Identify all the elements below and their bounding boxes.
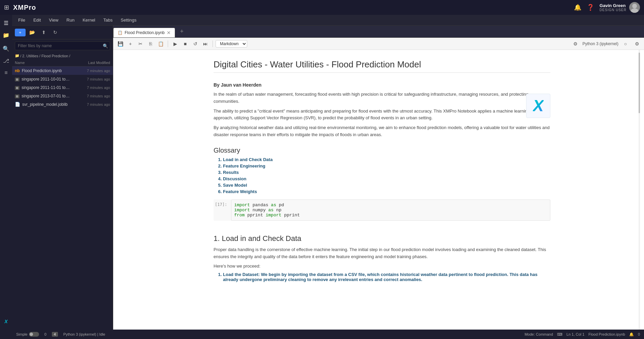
file-name-0: Flood Prediction.ipynb — [22, 68, 70, 73]
notebook-toolbar: 💾 + ✂ ⎘ 📋 ▶ ■ ↺ ⏭ Markdown Code Raw ⚙ Py… — [113, 38, 644, 50]
open-folder-icon[interactable]: 📂 — [28, 28, 37, 37]
tab-flood-prediction[interactable]: 📋 Flood Prediction.ipynb ✕ — [113, 28, 175, 37]
section1-list: Load the Dataset: We begin by importing … — [214, 272, 550, 282]
menu-file[interactable]: File — [15, 17, 29, 23]
file-modified-4: 7 minutes ago — [70, 102, 110, 106]
bottom-bar: Simple 0 4 Python 3 (ipykernel) | Idle M… — [12, 330, 644, 339]
kernel-info: Python 3 (ipykernel) — [582, 41, 618, 46]
file-icon-2: ⊞ — [15, 85, 20, 90]
cell-type-select[interactable]: Markdown Code Raw — [216, 40, 247, 48]
glossary-link-4[interactable]: Save Model — [223, 183, 247, 188]
paste-button[interactable]: 📋 — [156, 39, 165, 48]
restart-button[interactable]: ↺ — [191, 39, 200, 48]
copy-button[interactable]: ⎘ — [146, 39, 155, 48]
menu-settings[interactable]: Settings — [117, 17, 140, 23]
notebook-content[interactable]: X Digital Cities - Water Utilities - Flo… — [113, 50, 644, 330]
left-icon-bar: ☰ 📁 🔍 ⎇ ≡ — [0, 15, 12, 339]
file-name-2: singapore 2011-11-01 to 2... — [22, 85, 70, 90]
title-cell: Digital Cities - Water Utilities - Flood… — [214, 57, 550, 80]
code-prompt: [17]: — [214, 199, 228, 210]
menu-kernel[interactable]: Kernel — [79, 17, 99, 23]
author-text: By Jaun van Heerden — [214, 82, 550, 88]
nb-settings-icon[interactable]: ⚙ — [633, 39, 641, 48]
simple-toggle-button[interactable] — [29, 332, 39, 337]
glossary-cell: Glossary Load in and Check DataFeature E… — [214, 144, 550, 198]
search-box: 🔍 — [15, 41, 110, 50]
search-sidebar-icon[interactable]: 🔍 — [1, 43, 11, 54]
bell-icon[interactable]: 🔔 — [574, 4, 581, 11]
file-modified-0: 7 minutes ago — [70, 69, 110, 73]
file-icon-0: nb — [15, 68, 20, 73]
cut-button[interactable]: ✂ — [136, 39, 145, 48]
file-icon-1: ⊞ — [15, 76, 20, 82]
xmpro-bottom-icon[interactable]: X — [1, 316, 11, 327]
file-item-3[interactable]: ⊞ singapore 2013-07-01 to 2... 7 minutes… — [12, 92, 113, 100]
menu-edit[interactable]: Edit — [30, 17, 44, 23]
kernel-status-icon[interactable]: ○ — [621, 39, 630, 48]
list-icon[interactable]: ≡ — [1, 67, 11, 78]
scrollbar-thumb[interactable] — [639, 53, 640, 113]
separator-1 — [168, 40, 168, 47]
glossary-link-2[interactable]: Results — [223, 170, 239, 175]
add-cell-button[interactable]: + — [126, 39, 135, 48]
bell-bottom-icon[interactable]: 🔔 — [629, 332, 634, 337]
refresh-icon[interactable]: ↻ — [51, 28, 60, 37]
file-info: Flood Prediction.ipynb — [588, 332, 625, 336]
file-name-1: singapore 2011-10-01 to 2... — [22, 77, 70, 82]
glossary-link-5[interactable]: Feature Weights — [223, 189, 257, 194]
kernel-settings-icon[interactable]: ⚙ — [571, 39, 580, 48]
panel-toolbar: + + 📂 ⬆ ↻ — [12, 26, 113, 39]
file-icon-3: ⊞ — [15, 93, 20, 98]
notebook-title: Digital Cities - Water Utilities - Flood… — [214, 59, 550, 73]
breadcrumb-text: / 2. Utilities / Flood Prediction / — [20, 54, 70, 58]
git-icon[interactable]: ⎇ — [1, 55, 11, 66]
glossary-item-5[interactable]: Feature Weights — [223, 189, 550, 194]
user-info: Gavin Green DESIGN USER — [600, 2, 640, 13]
new-button[interactable]: + + — [15, 29, 26, 36]
interrupt-button[interactable]: ■ — [181, 39, 190, 48]
toolbar-right-actions: ⚙ Python 3 (ipykernel) ○ ⚙ — [571, 39, 641, 48]
topbar: ⊞ XMPro 🔔 ❓ Gavin Green DESIGN USER — [0, 0, 644, 15]
tab-file-icon: 📋 — [118, 30, 123, 35]
glossary-item-4[interactable]: Save Model — [223, 183, 550, 188]
menu-tabs[interactable]: Tabs — [100, 17, 116, 23]
file-modified-1: 7 minutes ago — [70, 77, 110, 81]
file-item-0[interactable]: nb Flood Prediction.ipynb 7 minutes ago — [12, 66, 113, 75]
glossary-title: Glossary — [214, 147, 550, 154]
help-icon[interactable]: ❓ — [587, 4, 594, 11]
glossary-item-3[interactable]: Discussion — [223, 176, 550, 181]
section1-list-item-0: Load the Dataset: We begin by importing … — [223, 272, 550, 282]
tab-close-icon[interactable]: ✕ — [167, 30, 171, 35]
tab-add-button[interactable]: + — [177, 27, 187, 36]
mode-info: Mode: Command — [524, 332, 553, 336]
scrollbar-track[interactable] — [639, 50, 640, 330]
glossary-item-2[interactable]: Results — [223, 170, 550, 175]
upload-icon[interactable]: ⬆ — [39, 28, 49, 37]
file-item-1[interactable]: ⊞ singapore 2011-10-01 to 2... 7 minutes… — [12, 75, 113, 83]
glossary-item-0[interactable]: Load in and Check Data — [223, 157, 550, 162]
code-content[interactable]: import pandas as pdimport numpy as npfro… — [231, 199, 550, 221]
separator-2 — [213, 40, 213, 47]
user-name: Gavin Green — [600, 3, 626, 8]
user-role: DESIGN USER — [600, 8, 626, 12]
top-actions: 🔔 ❓ Gavin Green DESIGN USER — [574, 2, 640, 13]
sidebar-toggle-icon[interactable]: ☰ — [1, 18, 11, 28]
toggle-knob — [30, 333, 33, 336]
menu-run[interactable]: Run — [63, 17, 78, 23]
file-item-2[interactable]: ⊞ singapore 2011-11-01 to 2... 7 minutes… — [12, 83, 113, 92]
grid-icon[interactable]: ⊞ — [4, 4, 9, 11]
restart-run-button[interactable]: ⏭ — [201, 39, 210, 48]
glossary-item-1[interactable]: Feature Engineering — [223, 163, 550, 168]
glossary-link-1[interactable]: Feature Engineering — [223, 163, 265, 168]
glossary-link-0[interactable]: Load in and Check Data — [223, 157, 272, 162]
kernel-status: Python 3 (ipykernel) | Idle — [63, 332, 105, 336]
menu-view[interactable]: View — [45, 17, 62, 23]
glossary-link-3[interactable]: Discussion — [223, 176, 246, 181]
folder-icon[interactable]: 📁 — [1, 30, 11, 40]
file-item-4[interactable]: 📄 svr_pipeline_model.joblib 7 minutes ag… — [12, 100, 113, 109]
search-input[interactable] — [15, 41, 110, 50]
paragraph-3: By analyzing historical weather data and… — [214, 124, 550, 138]
run-button[interactable]: ▶ — [171, 39, 180, 48]
simple-label: Simple — [16, 332, 28, 336]
save-button[interactable]: 💾 — [116, 39, 125, 48]
